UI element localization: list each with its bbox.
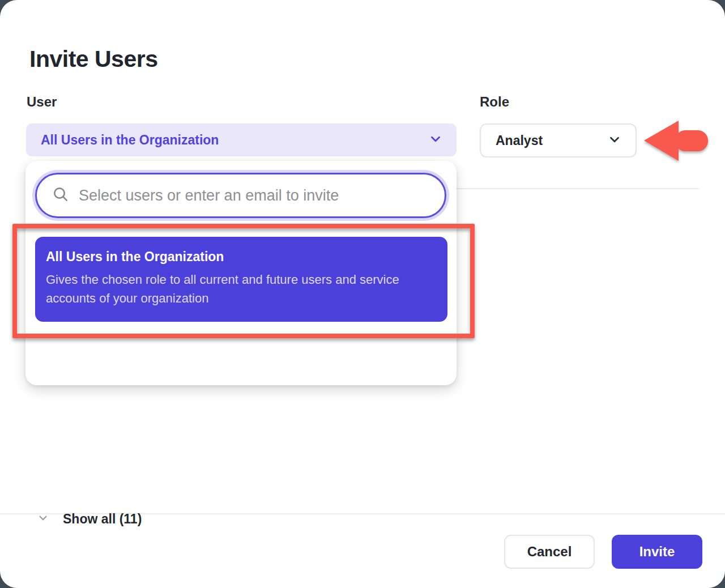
show-all-toggle[interactable]: Show all (11) — [37, 506, 142, 531]
user-search-box — [35, 173, 446, 218]
search-icon — [52, 185, 70, 206]
chevron-down-icon — [428, 131, 443, 148]
role-select-trigger[interactable]: Analyst — [480, 123, 637, 157]
cancel-button[interactable]: Cancel — [504, 535, 595, 569]
invite-users-modal: Invite Users User Role All Users in the … — [0, 0, 725, 588]
chevron-down-icon — [607, 132, 622, 149]
option-title: All Users in the Organization — [46, 249, 436, 265]
option-description: Gives the chosen role to all current and… — [46, 270, 431, 308]
chevron-down-icon — [37, 512, 49, 526]
show-all-label: Show all (11) — [63, 512, 142, 527]
user-select-value: All Users in the Organization — [41, 133, 219, 148]
role-field-label: Role — [480, 94, 509, 110]
arrow-left-annotation-icon — [642, 119, 710, 165]
role-select-value: Analyst — [496, 133, 543, 148]
page-title: Invite Users — [29, 46, 157, 73]
user-dropdown-panel: All Users in the Organization Gives the … — [25, 161, 457, 385]
user-field-label: User — [27, 94, 57, 110]
option-all-users[interactable]: All Users in the Organization Gives the … — [35, 237, 447, 322]
user-select-trigger[interactable]: All Users in the Organization — [26, 123, 457, 156]
invite-button[interactable]: Invite — [612, 535, 702, 569]
search-input[interactable] — [78, 186, 431, 205]
